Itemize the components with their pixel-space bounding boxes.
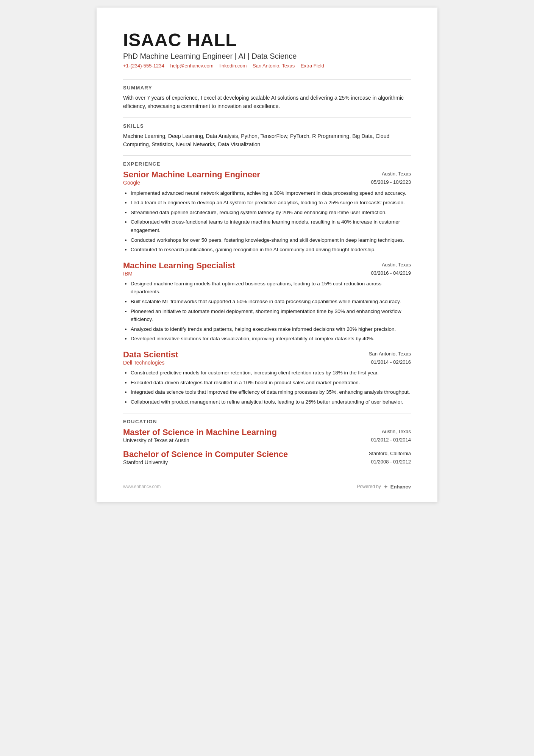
education-section: EDUCATION Master of Science in Machine L… xyxy=(123,419,411,466)
job-company-0: Google xyxy=(123,180,260,186)
bullet-1-1: Built scalable ML frameworks that suppor… xyxy=(131,297,411,306)
contact-line: +1-(234)-555-1234 help@enhancv.com linke… xyxy=(123,63,411,69)
divider-summary xyxy=(123,79,411,80)
edu-header-1: Bachelor of Science in Computer Science … xyxy=(123,449,411,466)
bullet-2-0: Constructed predictive models for custom… xyxy=(131,369,411,377)
job-header-2: Data Scientist Dell Technologies San Ant… xyxy=(123,350,411,366)
contact-phone: +1-(234)-555-1234 xyxy=(123,63,164,69)
contact-linkedin[interactable]: linkedin.com xyxy=(219,63,247,69)
edu-degree-1: Bachelor of Science in Computer Science xyxy=(123,449,288,459)
header: ISAAC HALL PhD Machine Learning Engineer… xyxy=(123,30,411,69)
edu-degree-0: Master of Science in Machine Learning xyxy=(123,427,277,437)
job-location-2: San Antonio, Texas xyxy=(350,350,411,358)
bullet-1-3: Analyzed data to identify trends and pat… xyxy=(131,325,411,333)
bullet-1-2: Pioneered an initiative to automate mode… xyxy=(131,307,411,324)
bullet-0-3: Collaborated with cross-functional teams… xyxy=(131,218,411,234)
candidate-title: PhD Machine Learning Engineer | AI | Dat… xyxy=(123,52,411,61)
edu-location-1: Stanford, California xyxy=(350,449,411,458)
edu-entry-0: Master of Science in Machine Learning Un… xyxy=(123,427,411,444)
job-dates-0: 05/2019 - 10/2023 xyxy=(350,178,411,186)
job-header-0: Senior Machine Learning Engineer Google … xyxy=(123,170,411,186)
enhancv-brand-name: Enhancv xyxy=(390,484,411,490)
job-dates-2: 01/2014 - 02/2016 xyxy=(350,358,411,366)
job-company-2: Dell Technologies xyxy=(123,360,178,366)
page-footer: www.enhancv.com Powered by ✦ Enhancv xyxy=(123,483,411,490)
divider-education xyxy=(123,413,411,413)
summary-text: With over 7 years of experience, I excel… xyxy=(123,94,411,111)
edu-location-0: Austin, Texas xyxy=(350,427,411,436)
edu-meta-0: Austin, Texas 01/2012 - 01/2014 xyxy=(350,427,411,444)
contact-email[interactable]: help@enhancv.com xyxy=(170,63,213,69)
edu-dates-0: 01/2012 - 01/2014 xyxy=(350,436,411,444)
job-meta-2: San Antonio, Texas 01/2014 - 02/2016 xyxy=(350,350,411,366)
bullet-0-1: Led a team of 5 engineers to develop an … xyxy=(131,199,411,207)
skills-label: SKILLS xyxy=(123,123,411,129)
bullet-1-0: Designed machine learning models that op… xyxy=(131,280,411,296)
job-dates-1: 03/2016 - 04/2019 xyxy=(350,269,411,277)
skills-section: SKILLS Machine Learning, Deep Learning, … xyxy=(123,123,411,149)
job-meta-1: Austin, Texas 03/2016 - 04/2019 xyxy=(350,261,411,277)
job-entry-1: Machine Learning Specialist IBM Austin, … xyxy=(123,261,411,343)
job-meta-0: Austin, Texas 05/2019 - 10/2023 xyxy=(350,170,411,186)
resume-page: ISAAC HALL PhD Machine Learning Engineer… xyxy=(97,8,437,502)
skills-text: Machine Learning, Deep Learning, Data An… xyxy=(123,132,411,149)
job-bullets-2: Constructed predictive models for custom… xyxy=(123,369,411,406)
bullet-2-2: Integrated data science tools that impro… xyxy=(131,388,411,396)
edu-header-0: Master of Science in Machine Learning Un… xyxy=(123,427,411,444)
job-bullets-0: Implemented advanced neural network algo… xyxy=(123,189,411,254)
bullet-2-3: Collaborated with product management to … xyxy=(131,398,411,406)
experience-section: EXPERIENCE Senior Machine Learning Engin… xyxy=(123,161,411,406)
candidate-name: ISAAC HALL xyxy=(123,30,411,50)
summary-label: SUMMARY xyxy=(123,85,411,91)
job-title-1: Machine Learning Specialist xyxy=(123,261,235,271)
job-title-0: Senior Machine Learning Engineer xyxy=(123,170,260,180)
job-location-0: Austin, Texas xyxy=(350,170,411,178)
divider-experience xyxy=(123,155,411,156)
edu-school-1: Stanford University xyxy=(123,459,288,465)
job-entry-0: Senior Machine Learning Engineer Google … xyxy=(123,170,411,254)
edu-dates-1: 01/2008 - 01/2012 xyxy=(350,458,411,466)
job-bullets-1: Designed machine learning models that op… xyxy=(123,280,411,343)
enhancv-logo-icon: ✦ xyxy=(383,483,388,490)
contact-extra: Extra Field xyxy=(301,63,324,69)
bullet-0-5: Contributed to research publications, ga… xyxy=(131,246,411,254)
job-title-2: Data Scientist xyxy=(123,350,178,360)
edu-entry-1: Bachelor of Science in Computer Science … xyxy=(123,449,411,466)
job-entry-2: Data Scientist Dell Technologies San Ant… xyxy=(123,350,411,406)
footer-brand: Powered by ✦ Enhancv xyxy=(357,483,411,490)
edu-school-0: University of Texas at Austin xyxy=(123,437,277,443)
job-header-1: Machine Learning Specialist IBM Austin, … xyxy=(123,261,411,277)
bullet-0-0: Implemented advanced neural network algo… xyxy=(131,189,411,197)
education-label: EDUCATION xyxy=(123,419,411,424)
job-location-1: Austin, Texas xyxy=(350,261,411,269)
powered-by-label: Powered by xyxy=(357,484,381,489)
bullet-2-1: Executed data-driven strategies that res… xyxy=(131,379,411,387)
divider-skills xyxy=(123,117,411,118)
bullet-1-4: Developed innovative solutions for data … xyxy=(131,335,411,343)
summary-section: SUMMARY With over 7 years of experience,… xyxy=(123,85,411,111)
bullet-0-2: Streamlined data pipeline architecture, … xyxy=(131,208,411,217)
contact-location: San Antonio, Texas xyxy=(253,63,295,69)
footer-website: www.enhancv.com xyxy=(123,484,161,489)
edu-meta-1: Stanford, California 01/2008 - 01/2012 xyxy=(350,449,411,466)
experience-label: EXPERIENCE xyxy=(123,161,411,167)
job-company-1: IBM xyxy=(123,271,235,277)
bullet-0-4: Conducted workshops for over 50 peers, f… xyxy=(131,236,411,244)
